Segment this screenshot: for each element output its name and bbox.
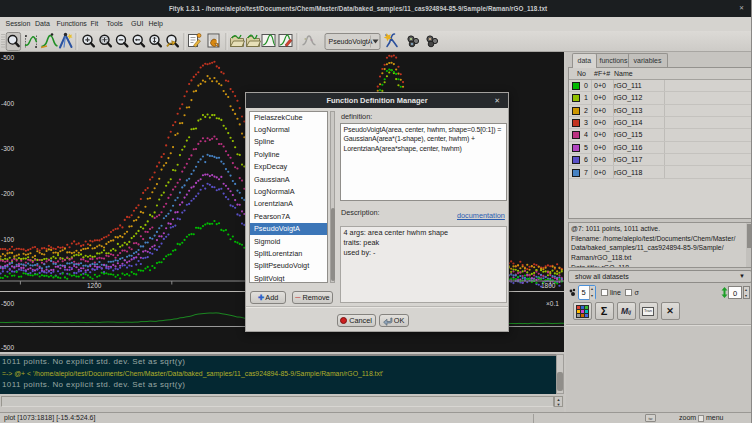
svg-text:PseudoVoigtA: PseudoVoigtA bbox=[329, 38, 373, 46]
